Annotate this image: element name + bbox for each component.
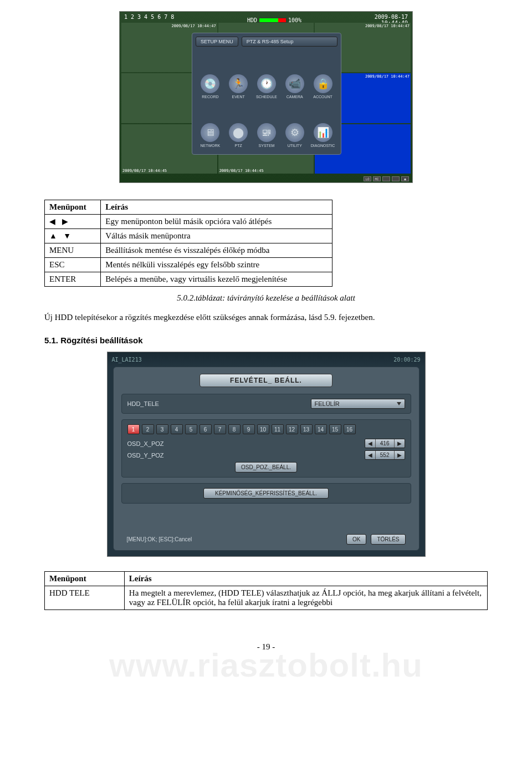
spin-left-icon[interactable]: ◀	[365, 451, 375, 459]
chevron-down-icon	[397, 402, 401, 405]
setup-subtitle-pill: PTZ & RS-485 Setup	[242, 37, 337, 47]
row-hdd-tele-desc: Ha megtelt a merevlemez, (HDD TELE) vála…	[124, 586, 487, 610]
th-leiras: Leírás	[101, 200, 332, 215]
osd-x-label: OSD_X_POZ	[127, 440, 164, 447]
quality-refresh-button[interactable]: KÉPMINŐSÉG_KÉPFRISSÍTÉS_BEÁLL.	[203, 488, 329, 499]
page-number: - 19 -	[44, 642, 488, 652]
camera-icon: 📹	[285, 74, 304, 93]
record-setup-screenshot: AI_LAI213 20:00:29 FELVÉTEL_ BEÁLL. HDD_…	[107, 352, 426, 557]
chart-icon: 📊	[314, 123, 332, 142]
dvr-setup-screenshot: 1 2 3 4 5 6 7 8 HDD 100% 2009-08-1710:44…	[119, 11, 413, 183]
person-icon: 🏃	[229, 74, 248, 93]
section-heading: 5.1. Rögzítési beállítások	[44, 336, 488, 345]
status-bar-icons: LOMI●	[364, 176, 409, 181]
record-options-table: Menüpont Leírás HDD TELE Ha megtelt a me…	[44, 571, 488, 610]
menu-system[interactable]: 🖳SYSTEM	[254, 102, 279, 148]
menu-record[interactable]: 💿RECORD	[198, 53, 223, 99]
panel-title: FELVÉTEL_ BEÁLL.	[200, 374, 332, 387]
table1-caption: 5.0.2.táblázat: távirányító kezelése a b…	[44, 293, 488, 303]
osd-x-spinner[interactable]: ◀ 416 ▶	[365, 439, 405, 448]
row-ud: ▲ ▼	[45, 229, 101, 243]
menu-network[interactable]: 🖥NETWORK	[198, 102, 223, 148]
gear-icon: ⚙	[285, 123, 304, 142]
th-menupont: Menüpont	[45, 200, 101, 215]
osd-y-spinner[interactable]: ◀ 552 ▶	[365, 450, 405, 460]
spin-left-icon[interactable]: ◀	[365, 439, 375, 448]
row-enter: ENTER	[45, 272, 101, 287]
menu-account[interactable]: 🔒ACCOUNT	[310, 53, 335, 99]
row-hdd-tele: HDD TELE	[45, 586, 125, 610]
channel-selector[interactable]: 1 234 567 8910 111213 141516	[127, 424, 405, 434]
osd-poz-beall-button[interactable]: OSD_POZ._BEÁLL.	[235, 462, 297, 473]
menu-ptz[interactable]: ⬤PTZ	[226, 102, 251, 148]
menu-diagnostic[interactable]: 📊DIAGNOSTIC	[310, 102, 335, 148]
torles-button[interactable]: TÖRLÉS	[371, 534, 405, 545]
menu-utility[interactable]: ⚙UTILITY	[282, 102, 307, 148]
menu-schedule[interactable]: 🕐SCHEDULE	[254, 53, 279, 99]
disc-icon: 💿	[201, 74, 219, 93]
setup-menu-overlay: SETUP MENU PTZ & RS-485 Setup 💿RECORD 🏃E…	[192, 33, 341, 155]
remote-keys-table: Menüpont Leírás ◀ ▶ Egy menüponton belül…	[44, 200, 332, 287]
ok-button[interactable]: OK	[346, 534, 366, 545]
clock2: 20:00:29	[393, 357, 420, 363]
th2-leiras: Leírás	[124, 572, 487, 586]
osd-y-label: OSD_Y_POZ	[127, 452, 164, 459]
lock-icon: 🔒	[314, 74, 332, 93]
hdd-paragraph: Új HDD telepítésekor a rögzítés megkezdé…	[44, 313, 488, 322]
menu-camera[interactable]: 📹CAMERA	[282, 53, 307, 99]
network-icon: 🖥	[201, 123, 219, 142]
spin-right-icon[interactable]: ▶	[395, 439, 405, 448]
hdd-tele-dropdown[interactable]: FELÜLÍR	[311, 399, 405, 409]
cam-label: AI_LAI213	[112, 357, 142, 363]
row-lr: ◀ ▶	[45, 215, 101, 229]
hdd-tele-label: HDD_TELE	[127, 400, 159, 407]
dome-icon: ⬤	[229, 123, 248, 142]
menu-event[interactable]: 🏃EVENT	[226, 53, 251, 99]
row-menu: MENU	[45, 243, 101, 258]
setup-menu-pill: SETUP MENU	[196, 37, 238, 47]
th2-menupont: Menüpont	[45, 572, 125, 586]
row-esc: ESC	[45, 258, 101, 272]
spin-right-icon[interactable]: ▶	[395, 451, 405, 459]
system-icon: 🖳	[257, 123, 276, 142]
footer-hint: [MENU]:OK; [ESC]:Cancel	[127, 536, 192, 542]
clock-icon: 🕐	[257, 74, 276, 93]
